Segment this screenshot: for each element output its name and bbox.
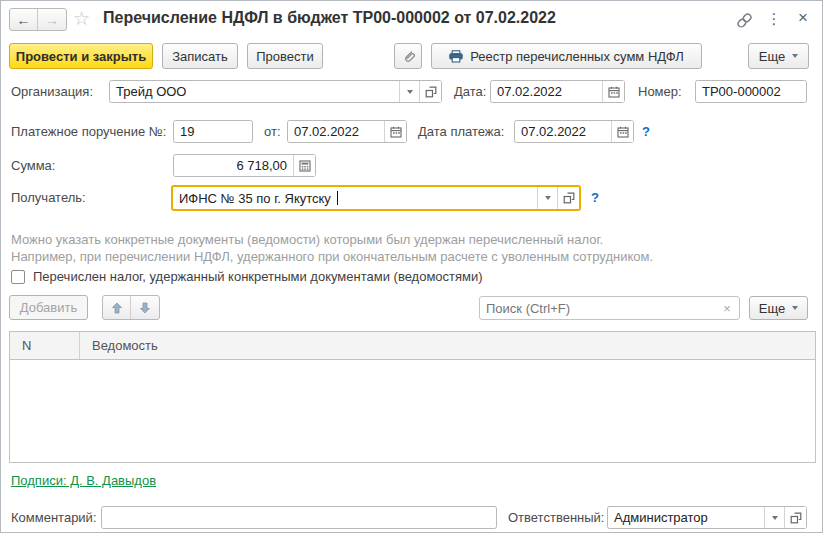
post-and-close-label: Провести и закрыть <box>16 49 146 64</box>
open-item-icon <box>425 86 437 98</box>
chevron-down-icon <box>407 90 413 94</box>
post-button[interactable]: Провести <box>247 43 323 69</box>
table-header-n: N <box>10 332 80 359</box>
toolbar-more-button[interactable]: Еще <box>748 43 809 69</box>
date-calendar-button[interactable] <box>602 81 624 102</box>
responsible-combo[interactable]: Администратор <box>607 506 807 529</box>
text-cursor <box>337 191 338 205</box>
document-window: ← → ☆ Перечисление НДФЛ в бюджет ТР00-00… <box>0 0 823 533</box>
search-input[interactable] <box>480 301 715 316</box>
recipient-dropdown-button[interactable] <box>537 187 557 209</box>
printer-icon <box>449 50 463 63</box>
organization-value: Трейд ООО <box>110 84 399 99</box>
table-body-empty[interactable] <box>10 360 815 463</box>
arrow-up-icon <box>111 302 123 314</box>
favorite-star-icon[interactable]: ☆ <box>73 8 90 30</box>
chevron-down-icon <box>772 516 778 520</box>
comment-label: Комментарий: <box>11 506 97 529</box>
forward-button[interactable]: → <box>38 9 66 30</box>
sum-value: 6 718,00 <box>174 158 293 173</box>
date-value: 07.02.2022 <box>491 84 602 99</box>
post-and-close-button[interactable]: Провести и закрыть <box>9 43 153 69</box>
calendar-icon <box>617 126 629 138</box>
payment-date-field[interactable]: 07.02.2022 <box>514 120 634 143</box>
chevron-down-icon <box>545 196 551 200</box>
responsible-label: Ответственный: <box>508 506 604 529</box>
register-report-label: Реестр перечисленных сумм НДФЛ <box>470 49 684 64</box>
organization-combo[interactable]: Трейд ООО <box>109 80 442 103</box>
table-header-vedomost: Ведомость <box>80 332 815 359</box>
add-row-button[interactable]: Добавить <box>9 295 88 320</box>
write-label: Записать <box>172 49 228 64</box>
recipient-label: Получатель: <box>11 186 86 210</box>
payment-order-label: Платежное поручение №: <box>11 120 166 143</box>
vedomost-table: N Ведомость <box>9 331 816 463</box>
toolbar-more-label: Еще <box>759 49 785 64</box>
sum-label: Сумма: <box>11 154 55 177</box>
calendar-icon <box>608 86 620 98</box>
payment-date-label: Дата платежа: <box>418 120 504 143</box>
chevron-down-icon <box>792 306 798 310</box>
move-row-group <box>102 295 160 320</box>
link-icon <box>736 12 753 29</box>
comment-input[interactable] <box>101 506 497 529</box>
close-icon[interactable]: × <box>793 8 813 28</box>
from-label: от: <box>264 120 281 143</box>
date-field[interactable]: 07.02.2022 <box>490 80 625 103</box>
tax-by-documents-checkbox[interactable] <box>11 270 25 284</box>
payment-order-date-calendar-button[interactable] <box>384 121 406 142</box>
forward-icon: → <box>45 12 59 28</box>
open-item-icon <box>563 192 575 204</box>
move-row-up-button[interactable] <box>103 296 131 319</box>
page-title: Перечисление НДФЛ в бюджет ТР00-000002 о… <box>103 9 556 27</box>
attachments-button[interactable] <box>394 43 422 69</box>
payment-order-date-value: 07.02.2022 <box>288 124 384 139</box>
signatures-link[interactable]: Подписи: Д. В. Давыдов <box>11 473 156 488</box>
move-row-down-button[interactable] <box>131 296 159 319</box>
organization-open-button[interactable] <box>419 81 441 102</box>
more-menu-icon[interactable]: ⋮ <box>765 10 783 28</box>
recipient-help-icon[interactable]: ? <box>591 186 599 210</box>
register-report-button[interactable]: Реестр перечисленных сумм НДФЛ <box>431 43 702 69</box>
hint-line-1: Можно указать конкретные документы (ведо… <box>11 232 603 248</box>
calendar-icon <box>390 126 402 138</box>
organization-label: Организация: <box>11 80 93 103</box>
number-input[interactable] <box>695 80 807 103</box>
history-nav-group: ← → <box>9 8 67 31</box>
number-label: Номер: <box>638 80 682 103</box>
open-item-icon <box>790 512 802 524</box>
list-more-button[interactable]: Еще <box>749 296 808 320</box>
back-icon: ← <box>17 12 31 28</box>
payment-date-help-icon[interactable]: ? <box>642 120 650 143</box>
table-header-row: N Ведомость <box>10 332 815 360</box>
payment-order-date-field[interactable]: 07.02.2022 <box>287 120 407 143</box>
responsible-value: Администратор <box>608 510 764 525</box>
add-row-label: Добавить <box>20 300 77 315</box>
hint-line-2: Например, при перечислении НДФЛ, удержан… <box>11 249 653 265</box>
recipient-combo[interactable]: ИФНС № 35 по г. Якутску <box>171 185 581 211</box>
responsible-dropdown-button[interactable] <box>764 507 784 528</box>
calculator-icon <box>299 160 311 172</box>
arrow-down-icon <box>139 302 151 314</box>
post-label: Провести <box>256 49 314 64</box>
search-box: × <box>479 296 740 320</box>
back-button[interactable]: ← <box>10 9 38 30</box>
responsible-open-button[interactable] <box>784 507 806 528</box>
list-more-label: Еще <box>759 301 785 316</box>
sum-calculator-button[interactable] <box>293 155 315 176</box>
paperclip-icon <box>402 49 415 64</box>
sum-field[interactable]: 6 718,00 <box>173 154 316 177</box>
organization-dropdown-button[interactable] <box>399 81 419 102</box>
payment-date-calendar-button[interactable] <box>611 121 633 142</box>
tax-by-documents-checkbox-label[interactable]: Перечислен налог, удержанный конкретными… <box>33 269 483 285</box>
recipient-value: ИФНС № 35 по г. Якутску <box>173 191 337 206</box>
write-button[interactable]: Записать <box>162 43 238 69</box>
date-label: Дата: <box>454 80 486 103</box>
get-link-button[interactable] <box>733 10 755 30</box>
chevron-down-icon <box>792 54 798 58</box>
payment-order-number-input[interactable] <box>173 120 253 143</box>
recipient-open-button[interactable] <box>557 187 579 209</box>
search-clear-icon[interactable]: × <box>715 301 739 316</box>
payment-date-value: 07.02.2022 <box>515 124 611 139</box>
